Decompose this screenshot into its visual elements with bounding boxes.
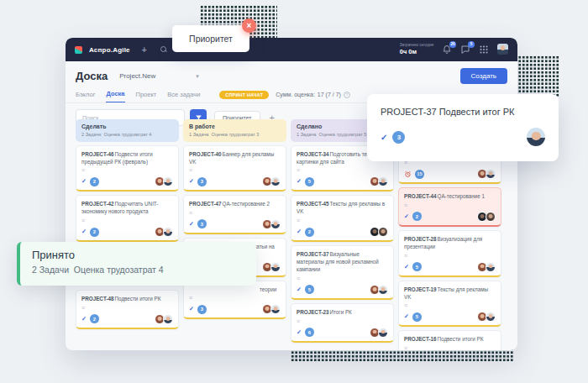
time-tracker: Затрачено сегодня 0ч 0м xyxy=(400,43,433,55)
callout-card-title: PROJECT-37 Подвести итог РК xyxy=(381,107,545,117)
close-icon[interactable]: × xyxy=(242,18,256,33)
description-icon: ≡ xyxy=(81,167,173,173)
task-card[interactable]: PROJECT-16Подвести итоги РК ≡ xyxy=(398,330,501,350)
card-title: PROJECT-46Подвести итоги предыдущей РК (… xyxy=(81,150,173,165)
card-title: PROJECT-45Тексты для рекламы в VK xyxy=(297,200,388,215)
avatar xyxy=(378,285,388,295)
deadline-alarm-icon xyxy=(404,171,412,178)
user-avatar[interactable] xyxy=(497,44,508,55)
app-logo-icon xyxy=(75,46,82,54)
estimate-badge: 15 xyxy=(415,170,424,179)
card-title: PROJECT-42Подсчитать UNIT-экономику ново… xyxy=(81,200,173,215)
estimate-badge: 6 xyxy=(305,328,314,337)
create-button[interactable]: Создать xyxy=(460,68,507,84)
sprint-status-badge: СПРИНТ НАЧАТ xyxy=(219,91,269,99)
card-title: PROJECT-16Подвести итоги РК xyxy=(404,335,496,343)
description-icon: ≡ xyxy=(404,345,496,350)
description-icon: ≡ xyxy=(189,295,281,301)
description-icon: ≡ xyxy=(189,167,281,173)
time-tracker-value: 0ч 0м xyxy=(400,48,433,55)
estimate-badge: 5 xyxy=(412,262,422,271)
check-icon: ✓ xyxy=(297,329,302,336)
card-title: PROJECT-19Тексты для рекламы VK xyxy=(404,286,496,301)
avatar xyxy=(378,176,388,186)
estimate-badge: 5 xyxy=(305,285,314,294)
task-card[interactable]: PROJECT-42Подсчитать UNIT-экономику ново… xyxy=(76,195,179,242)
chat-badge: 5 xyxy=(468,41,475,48)
add-icon[interactable]: + xyxy=(142,45,147,55)
task-card[interactable]: PROJECT-37Визуальные материалы для новой… xyxy=(291,245,394,300)
estimate-badge: 3 xyxy=(197,219,207,228)
description-icon: ≡ xyxy=(297,318,388,324)
tab-backlog[interactable]: Бэклог xyxy=(76,91,95,102)
project-selector[interactable]: Project.New ▾ xyxy=(119,72,199,80)
avatar xyxy=(163,227,173,237)
app-window: Аспро.Agile + Сп Затрачено сегодня 0ч 0м… xyxy=(66,38,517,350)
tab-all-tasks[interactable]: Все задачи xyxy=(167,91,200,102)
card-title: PROJECT-28Визуализация для презентации xyxy=(404,235,496,250)
estimate-badge: 2 xyxy=(90,177,99,186)
avatar xyxy=(163,314,173,324)
card-title: PROJECT-48Подвести итоги РК xyxy=(81,295,173,302)
task-card[interactable]: PROJECT-28Визуализация для презентации ≡… xyxy=(398,230,501,277)
check-icon: ✓ xyxy=(189,306,194,312)
column-header[interactable]: В работе 1 Задача Оценка трудозатрат 3 xyxy=(183,119,286,142)
estimate-badge: 3 xyxy=(392,131,405,144)
column-header[interactable]: Сделать 2 Задачи Оценка трудозатрат 4 xyxy=(76,119,179,142)
check-icon: ✓ xyxy=(81,228,87,235)
task-card[interactable]: PROJECT-19Тексты для рекламы VK ≡ ✓5 xyxy=(398,281,501,328)
notifications-bell-icon[interactable]: 26 xyxy=(442,45,452,55)
search-icon[interactable] xyxy=(160,46,167,53)
task-card[interactable]: PROJECT-48Подвести итоги РК ≡ ✓2 xyxy=(76,290,179,329)
summary-score: Сумм. оценка:17 (7 / 7) ? xyxy=(276,92,350,98)
estimate-badge: 3 xyxy=(197,305,207,314)
chevron-down-icon: ▾ xyxy=(196,73,199,80)
info-icon[interactable]: ? xyxy=(344,92,350,98)
page-title: Доска xyxy=(76,70,108,82)
apps-grid-icon[interactable] xyxy=(479,45,489,55)
task-card-alert[interactable]: PROJECT-44QA-тестирование 1 ≡ ✓2 xyxy=(398,187,501,227)
task-card[interactable]: PROJECT-45Тексты для рекламы в VK ≡ ✓2 xyxy=(291,195,394,242)
description-icon: ≡ xyxy=(81,218,173,223)
card-title: PROJECT-47QA-тестирование 2 xyxy=(189,200,281,207)
notifications-badge: 26 xyxy=(449,41,456,48)
estimate-badge: 2 xyxy=(90,228,99,237)
tab-project[interactable]: Проект xyxy=(136,91,157,102)
callout-subtitle: 2 Задачи Оценка трудозатрат 4 xyxy=(32,265,244,275)
avatar xyxy=(527,128,545,146)
check-icon: ✓ xyxy=(404,264,409,270)
avatar xyxy=(486,262,496,272)
check-icon: ✓ xyxy=(189,178,194,185)
description-icon: ≡ xyxy=(404,253,496,259)
description-icon: ≡ xyxy=(81,305,173,311)
check-icon: ✓ xyxy=(297,286,302,293)
task-card[interactable]: PROJECT-47QA-тестирование 2 ≡ ✓3 xyxy=(183,195,286,234)
check-icon: ✓ xyxy=(297,228,302,235)
app-logo-text: Аспро.Agile xyxy=(89,46,130,54)
estimate-badge: 3 xyxy=(197,177,207,186)
check-icon: ✓ xyxy=(189,221,194,228)
estimate-badge: 2 xyxy=(305,228,314,237)
description-icon: ≡ xyxy=(297,275,388,281)
avatar xyxy=(378,227,388,237)
task-card-callout: PROJECT-37 Подвести итог РК ✓ 3 xyxy=(367,94,559,161)
check-icon: ✓ xyxy=(81,316,87,323)
avatar xyxy=(270,176,281,186)
card-title: теории xyxy=(189,286,281,293)
check-icon: ✓ xyxy=(81,178,87,185)
card-title: PROJECT-37Визуальные материалы для новой… xyxy=(297,250,388,273)
task-card[interactable]: PROJECT-40Баннер для рекламы VK ≡ ✓3 xyxy=(183,145,286,192)
check-icon: ✓ xyxy=(404,313,409,320)
avatar xyxy=(163,176,173,186)
task-card[interactable]: PROJECT-46Подвести итоги предыдущей РК (… xyxy=(76,145,179,192)
tab-board[interactable]: Доска xyxy=(106,90,124,103)
column-todo: Сделать 2 Задачи Оценка трудозатрат 4 PR… xyxy=(76,119,179,350)
chat-icon[interactable]: 5 xyxy=(460,45,470,55)
task-card[interactable]: теории ≡ ✓3 xyxy=(183,281,286,320)
description-icon: ≡ xyxy=(404,302,496,308)
priority-tooltip: Приоритет × xyxy=(172,25,249,52)
description-icon: ≡ xyxy=(297,218,388,223)
accepted-column-callout: Принято 2 Задачи Оценка трудозатрат 4 xyxy=(17,242,256,286)
task-card[interactable]: PROJECT-23Итоги РК ≡ ✓6 xyxy=(291,303,394,343)
card-title: PROJECT-40Баннер для рекламы VK xyxy=(189,150,281,165)
